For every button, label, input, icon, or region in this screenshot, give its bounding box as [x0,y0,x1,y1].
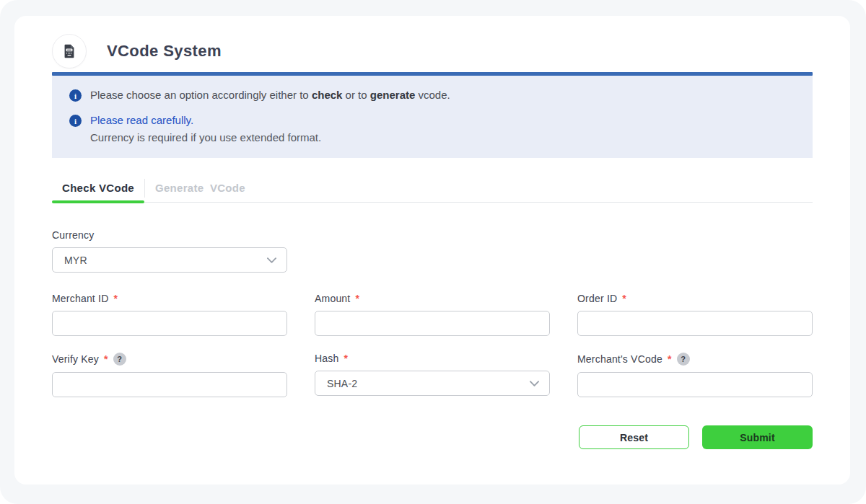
help-icon[interactable]: ? [113,353,126,366]
vcode-logo-circle [52,34,87,68]
notice-row-choose-option: i Please choose an option accordingly ei… [69,88,795,102]
field-hash: Hash * SHA-2 [315,353,550,397]
hash-label: Hash * [315,353,550,364]
order-id-label: Order ID * [577,293,813,304]
merchant-id-label: Merchant ID * [52,293,287,304]
form-actions: Reset Submit [52,425,813,449]
notice-text-group: Please read carefully. Currency is requi… [90,113,321,145]
amount-label: Amount * [315,293,550,304]
tab-bar: Check VCode Generate VCode [52,177,813,203]
tab-generate-vcode[interactable]: Generate VCode [145,177,255,202]
required-asterisk: * [104,353,108,365]
label-text: Order ID [577,293,617,304]
form-row-currency: Currency MYR [52,229,813,273]
currency-label: Currency [52,229,287,241]
notice-segment: Please choose an option accordingly eith… [90,89,312,101]
reset-button[interactable]: Reset [579,425,689,449]
card-header: VCode System [52,16,813,68]
label-text: Merchant ID [52,293,108,304]
required-asterisk: * [344,353,348,364]
document-receipt-icon [61,43,77,59]
field-verify-key: Verify Key * ? [52,353,287,397]
notice-box: i Please choose an option accordingly ei… [52,76,813,158]
currency-selected-value: MYR [64,255,87,266]
field-amount: Amount * [315,293,550,336]
notice-segment: vcode. [415,89,450,101]
required-asterisk: * [668,353,672,365]
field-merchant-vcode: Merchant's VCode * ? [577,353,813,397]
notice-subtitle: Currency is required if you use extended… [90,130,321,146]
notice-text: Please choose an option accordingly eith… [90,88,450,102]
info-icon: i [69,115,82,127]
merchant-vcode-input[interactable] [577,372,813,397]
verify-key-label: Verify Key * ? [52,353,287,366]
form-row-ids: Merchant ID * Amount * Order ID * [52,293,813,336]
amount-input[interactable] [315,311,550,336]
field-currency: Currency MYR [52,229,287,273]
notice-link-read-carefully[interactable]: Please read carefully. [90,113,321,128]
label-text: Hash [315,353,338,364]
merchant-id-input[interactable] [52,311,287,336]
hash-selected-value: SHA-2 [327,378,357,389]
notice-segment: or to [342,89,369,101]
submit-button[interactable]: Submit [702,425,813,449]
notice-bold-generate: generate [370,89,416,101]
hash-select[interactable]: SHA-2 [315,371,550,396]
chevron-down-icon [530,381,539,386]
label-text: Merchant's VCode [577,353,662,365]
form-row-keys: Verify Key * ? Hash * SHA-2 [52,353,813,397]
order-id-input[interactable] [577,311,813,336]
notice-bold-check: check [312,89,343,101]
merchant-vcode-label: Merchant's VCode * ? [577,353,813,366]
label-text: Currency [52,229,94,241]
info-icon: i [69,89,82,102]
notice-row-read-carefully: i Please read carefully. Currency is req… [69,113,795,145]
label-text: Verify Key [52,353,99,365]
chevron-down-icon [267,257,276,263]
required-asterisk: * [622,293,626,304]
vcode-card: VCode System i Please choose an option a… [14,16,850,485]
verify-key-input[interactable] [52,372,287,397]
tab-check-vcode[interactable]: Check VCode [52,177,144,202]
page-background: VCode System i Please choose an option a… [0,0,866,504]
field-merchant-id: Merchant ID * [52,293,287,336]
field-order-id: Order ID * [577,293,813,336]
help-icon[interactable]: ? [677,353,690,366]
required-asterisk: * [113,293,118,304]
required-asterisk: * [355,293,359,304]
page-title: VCode System [107,42,222,61]
currency-select[interactable]: MYR [52,247,287,273]
check-vcode-form: Currency MYR Merchant ID * [52,229,813,449]
label-text: Amount [315,293,350,304]
